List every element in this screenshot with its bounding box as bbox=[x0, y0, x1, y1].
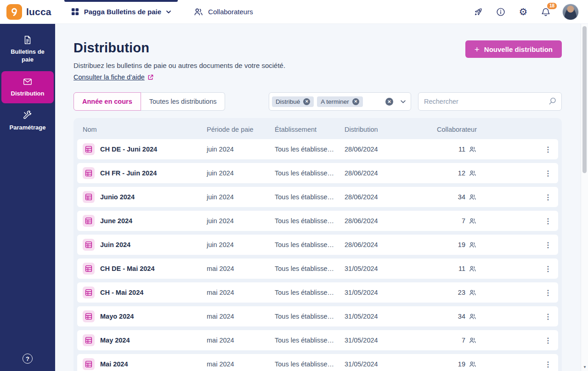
sidebar-item-bulletins[interactable]: Bulletins de paie bbox=[1, 29, 54, 69]
table-row[interactable]: CH DE - Mai 2024 mai 2024 Tous les établ… bbox=[77, 259, 558, 279]
table-row[interactable]: Junio 2024 juin 2024 Tous les établisse…… bbox=[77, 187, 558, 207]
pay-period: juin 2024 bbox=[200, 146, 268, 153]
payslip-doc-icon bbox=[83, 143, 95, 155]
status-filter-select[interactable]: Distribué ✕ A terminer ✕ ✕ bbox=[269, 92, 411, 111]
table-row[interactable]: June 2024 juin 2024 Tous les établisse… … bbox=[77, 211, 558, 231]
table-row[interactable]: CH - Mai 2024 mai 2024 Tous les établiss… bbox=[77, 282, 558, 303]
whats-new-button[interactable] bbox=[472, 6, 484, 18]
establishment: Tous les établisse… bbox=[268, 217, 338, 225]
distribution-date: 31/05/2024 bbox=[338, 313, 403, 320]
filter-row: Année en cours Toutes les distributions … bbox=[74, 92, 562, 111]
table-row[interactable]: CH FR - Juin 2024 juin 2024 Tous les éta… bbox=[77, 163, 558, 183]
table-row[interactable]: Mai 2024 mai 2024 Tous les établisse… 31… bbox=[77, 354, 558, 371]
sidebar-item-parametrage[interactable]: Paramétrage bbox=[1, 105, 54, 137]
envelope-icon bbox=[23, 77, 33, 87]
collaborators-icon bbox=[469, 241, 477, 249]
row-menu-button[interactable]: ⋮ bbox=[538, 259, 558, 279]
distribution-name: Mayo 2024 bbox=[100, 313, 134, 320]
collaborators-icon bbox=[469, 217, 477, 225]
row-menu-button[interactable]: ⋮ bbox=[538, 187, 558, 207]
collaborator-count: 7 bbox=[403, 336, 477, 344]
sidebar-item-distribution[interactable]: Distribution bbox=[1, 71, 54, 103]
pay-period: juin 2024 bbox=[200, 169, 268, 177]
table-row[interactable]: CH DE - Juni 2024 juin 2024 Tous les éta… bbox=[77, 139, 558, 159]
help-icon: ? bbox=[26, 355, 29, 362]
apps-grid-icon bbox=[71, 7, 79, 16]
settings-button[interactable]: ⚙ bbox=[517, 6, 529, 18]
topbar: lucca Pagga Bulletins de paie Collaborat… bbox=[0, 0, 588, 24]
lucca-logo-text: lucca bbox=[26, 6, 51, 17]
distribution-name: CH DE - Mai 2024 bbox=[100, 265, 154, 272]
new-distribution-button[interactable]: + Nouvelle distribution bbox=[465, 40, 562, 58]
row-menu-button[interactable]: ⋮ bbox=[538, 306, 558, 326]
distribution-date: 31/05/2024 bbox=[338, 265, 403, 272]
distribution-date: 31/05/2024 bbox=[338, 337, 403, 344]
collaborator-count: 11 bbox=[403, 145, 477, 153]
establishment: Tous les établisse… bbox=[268, 289, 338, 296]
row-menu-button[interactable]: ⋮ bbox=[538, 163, 558, 183]
distribution-date: 31/05/2024 bbox=[338, 289, 403, 296]
payslip-doc-icon bbox=[83, 310, 95, 322]
nav-collaborateurs[interactable]: Collaborateurs bbox=[193, 7, 253, 17]
page-title: Distribution bbox=[74, 40, 285, 56]
row-menu-button[interactable]: ⋮ bbox=[538, 282, 558, 303]
distribution-date: 28/06/2024 bbox=[338, 193, 403, 201]
search-box bbox=[418, 92, 562, 111]
row-menu-button[interactable]: ⋮ bbox=[538, 139, 558, 159]
payslip-doc-icon bbox=[83, 287, 95, 298]
pay-period: mai 2024 bbox=[200, 265, 268, 272]
remove-chip-button[interactable]: ✕ bbox=[352, 98, 359, 105]
row-menu-button[interactable]: ⋮ bbox=[538, 354, 558, 371]
clear-filters-button[interactable]: ✕ bbox=[385, 98, 393, 106]
search-icon bbox=[548, 97, 557, 107]
filter-chip-a-terminer: A terminer ✕ bbox=[317, 96, 363, 107]
lucca-logo[interactable]: lucca bbox=[6, 4, 51, 20]
table-row[interactable]: May 2024 mai 2024 Tous les établisse… 31… bbox=[77, 330, 558, 350]
establishment: Tous les établisse… bbox=[268, 265, 338, 272]
collaborator-count: 11 bbox=[403, 264, 477, 273]
info-button[interactable] bbox=[495, 6, 507, 18]
page-subtitle: Distribuez les bulletins de paie ou autr… bbox=[74, 62, 285, 69]
plus-icon: + bbox=[475, 45, 480, 54]
establishment: Tous les établisse… bbox=[268, 193, 338, 201]
toggle-annee-en-cours[interactable]: Année en cours bbox=[74, 92, 141, 111]
app-switcher[interactable]: Pagga Bulletins de paie bbox=[64, 0, 178, 24]
pay-period: mai 2024 bbox=[200, 313, 268, 320]
pay-period: juin 2024 bbox=[200, 241, 268, 248]
distribution-name: CH - Mai 2024 bbox=[100, 289, 143, 296]
avatar[interactable] bbox=[562, 4, 579, 20]
collaborator-count: 7 bbox=[403, 217, 477, 225]
row-menu-button[interactable]: ⋮ bbox=[538, 330, 558, 350]
table-row[interactable]: Mayo 2024 mai 2024 Tous les établisse… 3… bbox=[77, 306, 558, 326]
app-switcher-label: Pagga Bulletins de paie bbox=[84, 8, 161, 16]
search-input[interactable] bbox=[418, 92, 562, 111]
column-header-distribution: Distribution bbox=[338, 126, 403, 133]
collaborators-icon bbox=[469, 360, 477, 368]
distribution-name: June 2024 bbox=[100, 217, 132, 225]
payslip-doc-icon bbox=[83, 334, 95, 346]
row-menu-button[interactable]: ⋮ bbox=[538, 211, 558, 231]
collaborateurs-icon bbox=[193, 7, 204, 17]
pay-period: mai 2024 bbox=[200, 337, 268, 344]
info-icon bbox=[496, 7, 506, 17]
column-header-etablissement: Établissement bbox=[268, 126, 338, 133]
notifications-button[interactable]: 18 bbox=[540, 6, 552, 18]
distribution-name: May 2024 bbox=[100, 337, 130, 344]
row-menu-button[interactable]: ⋮ bbox=[538, 235, 558, 255]
help-article-link[interactable]: Consulter la fiche d’aide bbox=[74, 73, 153, 81]
payslip-doc-icon bbox=[83, 167, 95, 179]
rocket-icon bbox=[473, 7, 483, 17]
table-row[interactable]: Juin 2024 juin 2024 Tous les établisse… … bbox=[77, 235, 558, 255]
scroll-down-button[interactable]: ▼ bbox=[581, 364, 588, 371]
column-header-nom: Nom bbox=[77, 126, 200, 133]
remove-chip-button[interactable]: ✕ bbox=[303, 98, 310, 105]
collaborator-count: 19 bbox=[403, 241, 477, 249]
distribution-date: 31/05/2024 bbox=[338, 360, 403, 368]
filter-chip-distribue: Distribué ✕ bbox=[272, 96, 314, 107]
toggle-toutes-distributions[interactable]: Toutes les distributions bbox=[141, 92, 226, 111]
help-button[interactable]: ? bbox=[23, 354, 33, 364]
collaborator-count: 23 bbox=[403, 288, 477, 297]
payslip-doc-icon bbox=[83, 191, 95, 203]
scrollbar-thumb[interactable] bbox=[582, 26, 587, 173]
establishment: Tous les établisse… bbox=[268, 360, 338, 368]
